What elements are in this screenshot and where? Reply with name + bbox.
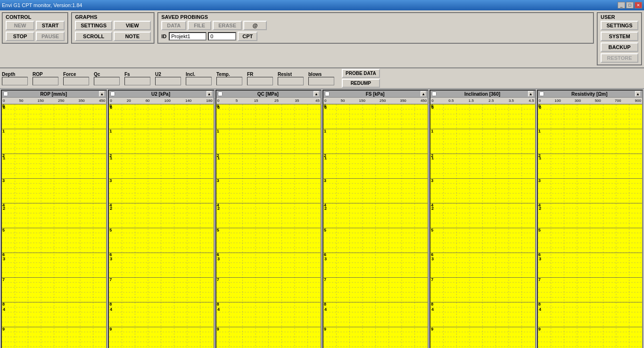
chart-title-resistivity: Resistivity [Ωm]	[571, 91, 607, 97]
svg-text:3: 3	[110, 257, 112, 261]
chart-checkbox-inclination[interactable]	[432, 91, 437, 96]
data-field-resist: Resist	[278, 72, 304, 85]
settings-button[interactable]: SETTINGS	[75, 21, 112, 30]
depth-label-inclination-7: 7	[431, 277, 433, 282]
stop-button[interactable]: STOP	[6, 32, 34, 41]
chart-title-u2: U2 [kPa]	[151, 91, 170, 97]
new-button[interactable]: NEW	[6, 21, 34, 30]
erase-button[interactable]: ERASE	[213, 21, 242, 30]
view-button[interactable]: VIEW	[114, 21, 151, 30]
at-button[interactable]: @	[243, 21, 267, 30]
depth-label-u2-1: 1	[109, 129, 112, 133]
depth-label-qc-2: 2	[217, 153, 219, 158]
depth-label-qc-8: 8	[217, 302, 219, 307]
chart-scroll-up-u2[interactable]: ▲	[206, 91, 212, 97]
chart-scroll-up-rop[interactable]: ▲	[99, 91, 105, 97]
chart-panel-fs: FS [kPa] ▲ 05015025035045001234567891001…	[322, 90, 429, 348]
depth-label-resistivity-7: 7	[538, 277, 541, 282]
chart-header-rop: ROP [mm/s] ▲	[2, 91, 106, 98]
depth-label-resistivity-0: 0	[538, 104, 541, 108]
svg-text:4: 4	[3, 307, 5, 312]
chart-scale-u2: 02060100140180	[109, 98, 213, 104]
pause-button[interactable]: PAUSE	[36, 32, 65, 41]
depth-label-fs-9: 9	[324, 327, 326, 331]
depth-label-u2-8: 8	[109, 302, 112, 307]
note-button[interactable]: NOTE	[114, 32, 151, 41]
depth-label-rop-4: 4	[2, 203, 5, 207]
data-field-force: Force	[63, 72, 89, 85]
chart-header-resistivity: Resistivity [Ωm] ▲	[538, 91, 642, 98]
data-button[interactable]: DATA	[161, 21, 186, 30]
chart-panel-qc: QC [MPa] ▲ 05152535450123456789100123456…	[215, 90, 322, 348]
chart-title-rop: ROP [mm/s]	[40, 91, 67, 97]
control-section: CONTROL NEW START STOP PAUSE	[2, 12, 68, 44]
restore-button[interactable]: RESTORE	[601, 53, 638, 63]
chart-title-fs: FS [kPa]	[366, 91, 385, 97]
toolbar: CONTROL NEW START STOP PAUSE GRAPHS SETT…	[0, 10, 644, 68]
chart-checkbox-rop[interactable]	[3, 91, 8, 96]
depth-label-fs-1: 1	[324, 129, 326, 133]
data-field-fr: FR	[247, 72, 273, 85]
chart-scroll-up-fs[interactable]: ▲	[421, 91, 426, 97]
probe-data-button[interactable]: PROBE DATA	[342, 69, 380, 78]
depth-label-inclination-6: 6	[431, 252, 433, 257]
depth-label-resistivity-3: 3	[538, 178, 541, 183]
depth-label-qc-0: 0	[217, 104, 219, 108]
chart-checkbox-qc[interactable]	[218, 91, 223, 96]
backup-button[interactable]: BACKUP	[601, 42, 638, 52]
svg-text:3: 3	[431, 257, 434, 261]
close-button[interactable]: ✕	[635, 2, 642, 8]
chart-title-inclination: Inclination [360]	[464, 91, 500, 97]
user-section: USER SETTINGS SYSTEM BACKUP RESTORE	[597, 12, 642, 66]
chart-panel-inclination: Inclination [360] ▲ 00.51.52.53.54.50123…	[429, 90, 536, 348]
scroll-button[interactable]: SCROLL	[75, 32, 112, 41]
control-buttons: NEW START STOP PAUSE	[6, 21, 65, 41]
data-field-temp: Temp.	[216, 72, 242, 85]
id-label: ID	[161, 33, 166, 39]
depth-label-rop-6: 6	[2, 252, 5, 257]
depth-label-fs-8: 8	[324, 302, 326, 307]
minimize-button[interactable]: _	[618, 2, 625, 8]
data-field-rop: ROP	[33, 72, 58, 85]
redump-button[interactable]: REDUMP	[342, 79, 380, 88]
data-field-u2: U2	[155, 72, 181, 85]
depth-label-inclination-9: 9	[431, 327, 433, 331]
data-field-qc: Qc	[94, 72, 120, 85]
chart-body-inclination: 012345678910012345678910	[430, 104, 535, 348]
val-input[interactable]	[208, 32, 236, 41]
chart-body-u2: 012345678910012345678910	[109, 104, 213, 348]
chart-panel-u2: U2 [kPa] ▲ 02060100140180012345678910012…	[108, 90, 214, 348]
depth-label-u2-4: 4	[109, 203, 112, 207]
chart-scroll-up-inclination[interactable]: ▲	[528, 91, 534, 97]
file-button[interactable]: FILE	[188, 21, 211, 30]
chart-panel-rop: ROP [mm/s] ▲ 050150250350450012345678910…	[1, 90, 107, 348]
titlebar-title: Envi G1 CPT monitor, Version:1.84	[2, 2, 82, 8]
chart-scroll-up-resistivity[interactable]: ▲	[635, 91, 641, 97]
depth-label-u2-3: 3	[109, 178, 112, 183]
maximize-button[interactable]: □	[626, 2, 634, 8]
chart-title-qc: QC [MPa]	[257, 91, 279, 97]
chart-scale-rop: 050150250350450	[2, 98, 106, 104]
depth-label-resistivity-4: 4	[538, 203, 541, 207]
depth-label-resistivity-9: 9	[538, 327, 541, 331]
user-settings-button[interactable]: SETTINGS	[601, 21, 638, 30]
titlebar: Envi G1 CPT monitor, Version:1.84 _ □ ✕	[0, 0, 644, 10]
chart-scroll-up-qc[interactable]: ▲	[314, 91, 319, 97]
charts-area: ROP [mm/s] ▲ 050150250350450012345678910…	[0, 89, 644, 348]
id-input[interactable]	[169, 32, 206, 41]
depth-label-resistivity-1: 1	[538, 129, 541, 133]
user-label: USER	[601, 14, 638, 20]
start-button[interactable]: START	[36, 21, 65, 30]
chart-scale-qc: 0515253545	[216, 98, 321, 104]
titlebar-controls: _ □ ✕	[618, 2, 642, 8]
chart-checkbox-resistivity[interactable]	[539, 91, 544, 96]
chart-header-fs: FS [kPa] ▲	[323, 91, 428, 98]
depth-label-rop-2: 2	[2, 153, 5, 158]
depth-label-u2-7: 7	[109, 277, 112, 282]
depth-label-qc-7: 7	[217, 277, 219, 282]
chart-checkbox-fs[interactable]	[325, 91, 330, 96]
svg-text:3: 3	[539, 257, 541, 261]
system-button[interactable]: SYSTEM	[601, 32, 638, 41]
chart-checkbox-u2[interactable]	[110, 91, 115, 96]
depth-label-fs-4: 4	[324, 203, 326, 207]
